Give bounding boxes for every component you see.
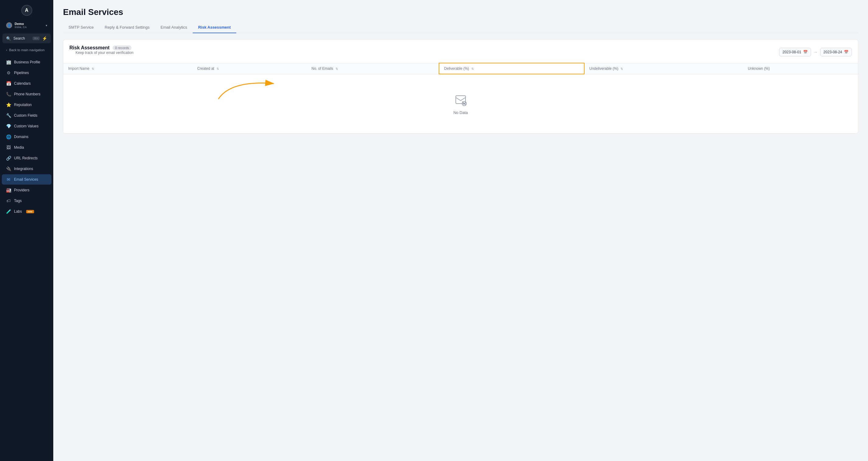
app-avatar: A xyxy=(21,5,32,16)
tab-email-analytics[interactable]: Email Analytics xyxy=(155,22,192,33)
sidebar-item-label: Reputation xyxy=(14,103,32,107)
sidebar-item-providers[interactable]: 🏭 Providers xyxy=(2,185,52,195)
back-nav-label: Back to main navigation xyxy=(9,48,45,52)
user-icon: 👤 xyxy=(6,22,12,28)
sidebar-item-label: Integrations xyxy=(14,167,33,171)
content-area: Risk Assessment 0 records Keep track of … xyxy=(53,33,868,461)
sidebar-item-custom-values[interactable]: 💎 Custom Values xyxy=(2,121,52,131)
col-unknown: Unknown (%) xyxy=(743,63,858,74)
nav-items-list: 🏢 Business Profile ⚙ Pipelines 📅 Calenda… xyxy=(0,55,53,461)
email-services-icon: ✉ xyxy=(6,177,11,182)
records-badge: 0 records xyxy=(113,46,131,50)
empty-state: No Data xyxy=(68,78,853,129)
sidebar-item-calendars[interactable]: 📅 Calendars xyxy=(2,78,52,89)
back-to-main-nav[interactable]: ‹ Back to main navigation xyxy=(2,46,51,54)
labs-new-badge: new xyxy=(26,210,34,213)
sidebar-item-label: Tags xyxy=(14,199,22,203)
col-no-of-emails: No. of Emails ⇅ xyxy=(307,63,439,74)
sort-icon: ⇅ xyxy=(336,67,338,70)
logo-area: A xyxy=(0,0,53,20)
phone-numbers-icon: 📞 xyxy=(6,92,11,96)
section-title: Risk Assessment xyxy=(69,45,110,51)
sort-icon: ⇅ xyxy=(620,67,623,70)
date-to-input[interactable]: 2023-08-24 📅 xyxy=(820,48,852,56)
sidebar-item-email-services[interactable]: ✉ Email Services xyxy=(2,174,52,185)
sidebar-item-url-redirects[interactable]: 🔗 URL Redirects xyxy=(2,153,52,163)
search-shortcut: ⌘K xyxy=(33,36,39,40)
sidebar-item-label: Domains xyxy=(14,135,28,139)
sidebar-item-label: Business Profile xyxy=(14,60,40,64)
calendar-icon: 📅 xyxy=(844,50,848,54)
section-header: Risk Assessment 0 records Keep track of … xyxy=(63,39,858,63)
labs-icon: 🧪 xyxy=(6,209,11,214)
search-icon: 🔍 xyxy=(6,36,11,41)
sidebar-item-tags[interactable]: 🏷 Tags xyxy=(2,196,52,206)
tab-reply-forward[interactable]: Reply & Forward Settings xyxy=(99,22,155,33)
user-info: Demo Irvine, CA xyxy=(14,22,43,29)
section-title-row: Risk Assessment 0 records xyxy=(69,45,140,51)
tab-risk-assessment[interactable]: Risk Assessment xyxy=(193,22,236,33)
sidebar-item-label: Custom Values xyxy=(14,124,38,128)
user-section[interactable]: 👤 Demo Irvine, CA ▾ xyxy=(2,20,51,31)
col-deliverable: Deliverable (%) ⇅ xyxy=(439,63,584,74)
page-title: Email Services xyxy=(63,7,858,17)
lightning-icon: ⚡ xyxy=(42,36,47,41)
no-data-text: No Data xyxy=(453,110,468,115)
section-subtitle: Keep track of your email verification xyxy=(69,51,140,59)
sidebar-item-integrations[interactable]: 🔌 Integrations xyxy=(2,164,52,174)
sidebar-item-custom-fields[interactable]: 🔧 Custom Fields xyxy=(2,110,52,121)
sidebar: A 👤 Demo Irvine, CA ▾ 🔍 Search ⌘K ⚡ ‹ Ba… xyxy=(0,0,53,461)
sidebar-item-label: Labs xyxy=(14,209,22,213)
risk-assessment-card: Risk Assessment 0 records Keep track of … xyxy=(63,39,858,134)
calendar-icon: 📅 xyxy=(803,50,808,54)
url-redirects-icon: 🔗 xyxy=(6,156,11,161)
sidebar-item-label: Providers xyxy=(14,188,30,192)
sidebar-item-label: URL Redirects xyxy=(14,156,38,160)
sort-icon: ⇅ xyxy=(92,67,94,70)
table-wrap: Import Name ⇅ Created at ⇅ No. of Emails… xyxy=(63,63,858,134)
sidebar-item-phone-numbers[interactable]: 📞 Phone Numbers xyxy=(2,89,52,99)
sort-icon: ⇅ xyxy=(216,67,219,70)
sidebar-item-pipelines[interactable]: ⚙ Pipelines xyxy=(2,68,52,78)
no-data-icon xyxy=(453,93,468,107)
domains-icon: 🌐 xyxy=(6,134,11,139)
svg-rect-1 xyxy=(456,96,466,104)
integrations-icon: 🔌 xyxy=(6,166,11,171)
media-icon: 🖼 xyxy=(6,145,11,150)
date-to-value: 2023-08-24 xyxy=(824,50,842,54)
date-from-value: 2023-08-01 xyxy=(782,50,801,54)
sidebar-item-labs[interactable]: 🧪 Labs new xyxy=(2,206,52,217)
sort-icon: ⇅ xyxy=(471,67,474,70)
calendars-icon: 📅 xyxy=(6,81,11,86)
custom-values-icon: 💎 xyxy=(6,124,11,128)
providers-icon: 🏭 xyxy=(6,188,11,193)
date-range-arrow-icon: → xyxy=(813,50,818,55)
sidebar-item-label: Pipelines xyxy=(14,71,29,75)
search-button[interactable]: 🔍 Search ⌘K ⚡ xyxy=(2,33,51,43)
sidebar-item-label: Custom Fields xyxy=(14,113,37,118)
sidebar-item-label: Phone Numbers xyxy=(14,92,40,96)
sidebar-item-label: Calendars xyxy=(14,81,31,86)
col-import-name: Import Name ⇅ xyxy=(63,63,192,74)
tab-smtp[interactable]: SMTP Service xyxy=(63,22,99,33)
date-filters: 2023-08-01 📅 → 2023-08-24 📅 xyxy=(779,48,852,56)
tags-icon: 🏷 xyxy=(6,198,11,203)
business-profile-icon: 🏢 xyxy=(6,60,11,65)
sidebar-item-business-profile[interactable]: 🏢 Business Profile xyxy=(2,57,52,67)
date-from-input[interactable]: 2023-08-01 📅 xyxy=(779,48,811,56)
pipelines-icon: ⚙ xyxy=(6,70,11,75)
annotation-container: Import Name ⇅ Created at ⇅ No. of Emails… xyxy=(63,63,858,134)
col-created-at: Created at ⇅ xyxy=(192,63,307,74)
sidebar-item-domains[interactable]: 🌐 Domains xyxy=(2,132,52,142)
chevron-left-icon: ‹ xyxy=(6,48,7,52)
sidebar-item-reputation[interactable]: ⭐ Reputation xyxy=(2,99,52,110)
user-name: Demo xyxy=(14,22,43,26)
col-undeliverable: Undeliverable (%) ⇅ xyxy=(584,63,743,74)
tabs-bar: SMTP Service Reply & Forward Settings Em… xyxy=(63,22,858,33)
page-header: Email Services SMTP Service Reply & Forw… xyxy=(53,0,868,33)
risk-table: Import Name ⇅ Created at ⇅ No. of Emails… xyxy=(63,63,858,134)
main-content: Email Services SMTP Service Reply & Forw… xyxy=(53,0,868,461)
search-label: Search xyxy=(13,36,30,40)
user-location: Irvine, CA xyxy=(14,26,43,29)
sidebar-item-media[interactable]: 🖼 Media xyxy=(2,142,52,153)
